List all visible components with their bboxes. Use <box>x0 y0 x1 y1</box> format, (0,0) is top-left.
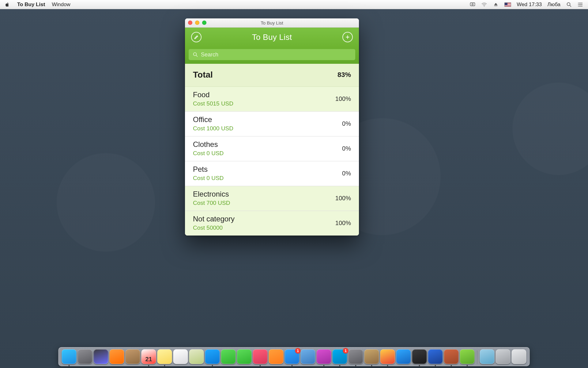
dock-app-desktop-stack[interactable] <box>496 349 511 364</box>
app-header: To Buy List <box>185 28 359 47</box>
app-header-title: To Buy List <box>252 33 292 42</box>
dock-app-contacts[interactable] <box>126 349 140 364</box>
dock-app-photos[interactable] <box>349 349 363 364</box>
dock-app-messages-green[interactable] <box>221 349 236 364</box>
dock-app-finder[interactable] <box>62 349 77 364</box>
category-cost: Cost 50000 <box>193 224 235 231</box>
window-title: To Buy List <box>261 20 283 25</box>
add-button[interactable] <box>342 32 353 42</box>
total-row: Total 83% <box>185 64 359 87</box>
desktop: To Buy List Window Wed 17:33 Люба <box>0 0 588 368</box>
svg-point-6 <box>578 4 579 5</box>
search-icon <box>192 52 198 58</box>
spotlight-icon[interactable] <box>566 2 572 8</box>
dock-app-messages-blue[interactable] <box>205 349 220 364</box>
dock-app-skype[interactable]: 1 <box>333 349 347 364</box>
dock-app-photo-booth[interactable] <box>110 349 124 364</box>
category-row[interactable]: ClothesCost 0 USD0% <box>185 136 359 161</box>
category-row[interactable]: Not categoryCost 50000100% <box>185 211 359 236</box>
input-source-us-flag-icon[interactable] <box>504 2 511 7</box>
dock-app-calendar[interactable]: 21 <box>141 349 156 364</box>
total-label: Total <box>193 70 213 80</box>
dock-app-activity[interactable] <box>412 349 427 364</box>
edit-button[interactable] <box>191 32 202 42</box>
dock-app-facetime[interactable] <box>237 349 252 364</box>
eject-icon[interactable] <box>493 2 499 8</box>
dock-app-ibooks[interactable] <box>269 349 284 364</box>
menubar: To Buy List Window Wed 17:33 Люба <box>0 0 588 9</box>
category-percent: 100% <box>335 220 351 227</box>
category-percent: 0% <box>342 145 351 152</box>
window-close-button[interactable] <box>188 21 192 25</box>
notification-center-icon[interactable] <box>578 2 584 8</box>
dock-app-maps[interactable] <box>189 349 204 364</box>
svg-point-7 <box>578 6 579 6</box>
search-input[interactable] <box>201 52 352 58</box>
svg-point-8 <box>194 53 197 56</box>
category-name: Not category <box>193 215 235 223</box>
wifi-icon[interactable] <box>481 2 487 8</box>
dock-app-downloads[interactable] <box>480 349 495 364</box>
category-row[interactable]: OfficeCost 1000 USD0% <box>185 112 359 136</box>
dock-badge: 1 <box>343 348 349 354</box>
menubar-user[interactable]: Люба <box>547 2 560 8</box>
menubar-clock[interactable]: Wed 17:33 <box>517 2 542 8</box>
dock: 2111 <box>58 347 530 366</box>
dock-app-trash[interactable] <box>512 349 526 364</box>
category-percent: 0% <box>342 120 351 127</box>
menubar-menu-window[interactable]: Window <box>52 2 70 8</box>
dock-app-preview[interactable] <box>301 349 315 364</box>
category-percent: 100% <box>335 95 351 102</box>
category-cost: Cost 700 USD <box>193 200 230 206</box>
window-titlebar[interactable]: To Buy List <box>185 18 359 28</box>
dock-app-thunderbird[interactable] <box>428 349 443 364</box>
svg-rect-0 <box>470 3 475 6</box>
svg-point-1 <box>472 3 473 5</box>
dock-app-launchpad[interactable] <box>78 349 92 364</box>
dock-app-magnet[interactable] <box>317 349 331 364</box>
category-name: Food <box>193 90 233 99</box>
dock-app-appstore[interactable]: 1 <box>285 349 300 364</box>
category-cost: Cost 0 USD <box>193 150 224 157</box>
dock-app-itunes[interactable] <box>253 349 268 364</box>
svg-point-3 <box>567 2 570 6</box>
dock-app-safari[interactable] <box>396 349 411 364</box>
svg-point-5 <box>578 2 579 3</box>
category-percent: 100% <box>335 195 351 202</box>
app-window: To Buy List To Buy List Total 83% FoodCo… <box>185 18 359 236</box>
dock-app-tobuylist[interactable] <box>460 349 475 364</box>
dock-badge: 1 <box>295 348 301 354</box>
category-row[interactable]: FoodCost 5015 USD100% <box>185 87 359 112</box>
dock-app-reminders[interactable] <box>173 349 188 364</box>
apple-menu-icon[interactable] <box>4 2 10 8</box>
search-bar[interactable] <box>189 49 355 60</box>
dock-app-chrome[interactable] <box>380 349 395 364</box>
dock-app-notes[interactable] <box>157 349 172 364</box>
category-percent: 0% <box>342 170 351 177</box>
window-zoom-button[interactable] <box>202 21 206 25</box>
category-cost: Cost 0 USD <box>193 175 224 182</box>
menubar-app-name[interactable]: To Buy List <box>17 2 45 8</box>
category-cost: Cost 5015 USD <box>193 100 233 107</box>
total-percent: 83% <box>337 71 351 79</box>
dock-app-mail[interactable] <box>364 349 379 364</box>
category-row[interactable]: ElectronicsCost 700 USD100% <box>185 186 359 211</box>
category-list: FoodCost 5015 USD100%OfficeCost 1000 USD… <box>185 87 359 236</box>
svg-point-2 <box>484 6 484 6</box>
search-bar-container <box>185 47 359 64</box>
window-minimize-button[interactable] <box>195 21 199 25</box>
svg-line-9 <box>196 56 198 57</box>
category-name: Office <box>193 115 233 124</box>
category-name: Clothes <box>193 140 224 149</box>
dock-app-mission-control[interactable] <box>94 349 108 364</box>
dock-app-transmission[interactable] <box>444 349 459 364</box>
dock-separator <box>477 351 477 364</box>
category-name: Pets <box>193 165 224 174</box>
screencast-icon[interactable] <box>469 2 476 8</box>
category-row[interactable]: PetsCost 0 USD0% <box>185 161 359 186</box>
category-name: Electronics <box>193 190 230 198</box>
svg-line-4 <box>570 5 571 7</box>
category-cost: Cost 1000 USD <box>193 125 233 132</box>
